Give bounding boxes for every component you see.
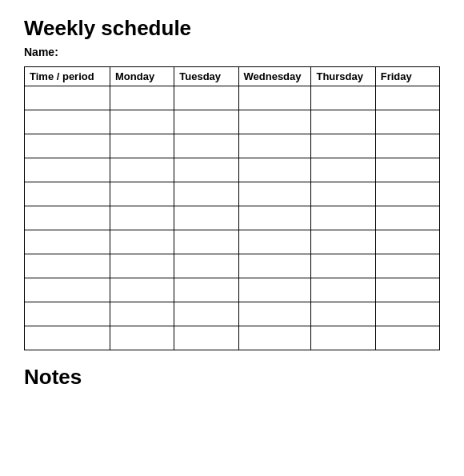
table-cell[interactable]: [375, 206, 439, 230]
table-cell[interactable]: [174, 254, 238, 278]
table-cell[interactable]: [110, 254, 174, 278]
table-cell[interactable]: [375, 182, 439, 206]
table-cell[interactable]: [238, 182, 311, 206]
table-cell[interactable]: [238, 230, 311, 254]
table-cell[interactable]: [174, 134, 238, 158]
table-cell[interactable]: [311, 302, 375, 326]
header-thursday: Thursday: [311, 67, 375, 86]
table-cell[interactable]: [311, 278, 375, 302]
table-cell[interactable]: [110, 230, 174, 254]
table-row: [25, 158, 440, 182]
table-cell[interactable]: [311, 86, 375, 110]
table-row: [25, 278, 440, 302]
table-cell[interactable]: [375, 134, 439, 158]
table-cell[interactable]: [311, 206, 375, 230]
table-cell[interactable]: [174, 278, 238, 302]
table-row: [25, 302, 440, 326]
table-cell[interactable]: [311, 254, 375, 278]
schedule-table: Time / period Monday Tuesday Wednesday T…: [24, 66, 440, 350]
table-cell[interactable]: [25, 326, 110, 350]
table-cell[interactable]: [110, 278, 174, 302]
table-cell[interactable]: [174, 182, 238, 206]
table-cell[interactable]: [311, 158, 375, 182]
table-row: [25, 206, 440, 230]
table-cell[interactable]: [110, 302, 174, 326]
table-row: [25, 326, 440, 350]
table-cell[interactable]: [25, 278, 110, 302]
table-cell[interactable]: [174, 86, 238, 110]
table-cell[interactable]: [238, 302, 311, 326]
table-cell[interactable]: [110, 206, 174, 230]
table-cell[interactable]: [174, 206, 238, 230]
table-cell[interactable]: [110, 182, 174, 206]
table-row: [25, 254, 440, 278]
table-cell[interactable]: [110, 86, 174, 110]
table-cell[interactable]: [25, 302, 110, 326]
table-cell[interactable]: [375, 254, 439, 278]
table-cell[interactable]: [238, 326, 311, 350]
table-cell[interactable]: [375, 302, 439, 326]
table-cell[interactable]: [375, 278, 439, 302]
table-cell[interactable]: [238, 86, 311, 110]
table-cell[interactable]: [375, 86, 439, 110]
table-cell[interactable]: [375, 158, 439, 182]
header-monday: Monday: [110, 67, 174, 86]
table-header-row: Time / period Monday Tuesday Wednesday T…: [25, 67, 440, 86]
name-label: Name:: [24, 46, 440, 58]
table-cell[interactable]: [375, 110, 439, 134]
table-cell[interactable]: [174, 110, 238, 134]
table-row: [25, 110, 440, 134]
table-cell[interactable]: [174, 158, 238, 182]
header-friday: Friday: [375, 67, 439, 86]
page-title: Weekly schedule: [24, 16, 440, 41]
table-cell[interactable]: [174, 230, 238, 254]
table-cell[interactable]: [238, 278, 311, 302]
table-cell[interactable]: [238, 254, 311, 278]
table-cell[interactable]: [110, 326, 174, 350]
table-cell[interactable]: [238, 134, 311, 158]
table-cell[interactable]: [311, 182, 375, 206]
table-row: [25, 182, 440, 206]
table-cell[interactable]: [174, 326, 238, 350]
table-cell[interactable]: [311, 110, 375, 134]
table-row: [25, 230, 440, 254]
table-cell[interactable]: [110, 158, 174, 182]
header-time: Time / period: [25, 67, 110, 86]
header-wednesday: Wednesday: [238, 67, 311, 86]
table-cell[interactable]: [25, 230, 110, 254]
table-row: [25, 134, 440, 158]
table-cell[interactable]: [25, 182, 110, 206]
table-cell[interactable]: [311, 134, 375, 158]
table-cell[interactable]: [25, 134, 110, 158]
table-cell[interactable]: [25, 110, 110, 134]
table-cell[interactable]: [238, 158, 311, 182]
table-cell[interactable]: [110, 110, 174, 134]
header-tuesday: Tuesday: [174, 67, 238, 86]
notes-title: Notes: [24, 365, 440, 390]
table-cell[interactable]: [174, 302, 238, 326]
table-cell[interactable]: [375, 326, 439, 350]
table-cell[interactable]: [110, 134, 174, 158]
table-cell[interactable]: [375, 230, 439, 254]
table-cell[interactable]: [25, 158, 110, 182]
table-cell[interactable]: [311, 326, 375, 350]
table-row: [25, 86, 440, 110]
table-cell[interactable]: [238, 206, 311, 230]
table-cell[interactable]: [25, 254, 110, 278]
table-cell[interactable]: [238, 110, 311, 134]
table-cell[interactable]: [311, 230, 375, 254]
table-cell[interactable]: [25, 86, 110, 110]
table-cell[interactable]: [25, 206, 110, 230]
